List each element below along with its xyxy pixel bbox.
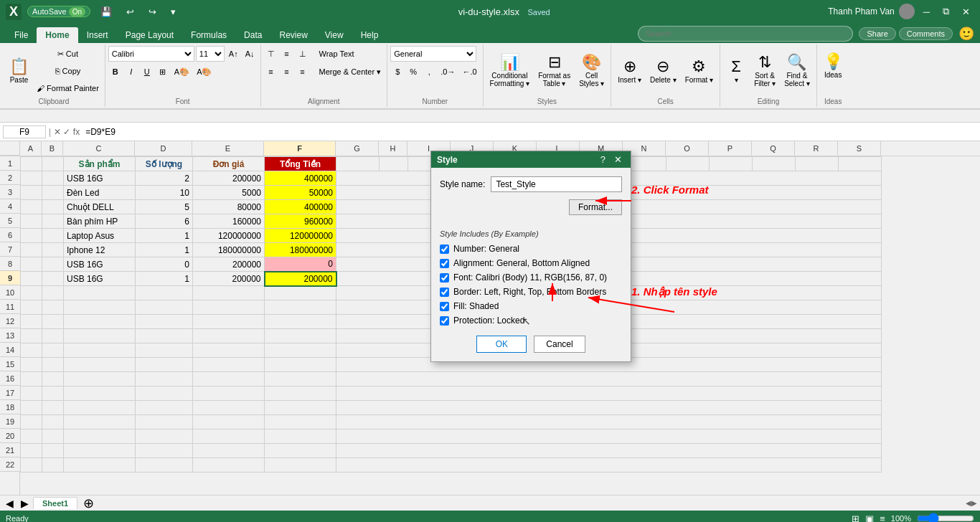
cell-e4[interactable]: 80000 — [193, 200, 265, 214]
cut-button[interactable]: ✂ Cut — [34, 46, 102, 62]
tab-review[interactable]: Review — [270, 27, 316, 43]
cell-c5[interactable]: Bàn phím HP — [64, 214, 136, 229]
row-header-10[interactable]: 10 — [0, 285, 20, 300]
page-layout-view-button[interactable]: ▣ — [865, 513, 874, 523]
number-format-select[interactable]: General — [390, 46, 476, 62]
cell-d7[interactable]: 1 — [136, 243, 193, 257]
cell-b2[interactable] — [42, 171, 64, 186]
row-header-8[interactable]: 8 — [0, 257, 20, 271]
cell-e5[interactable]: 160000 — [193, 214, 265, 229]
cell-c2[interactable]: USB 16G — [64, 171, 136, 186]
paste-button[interactable]: 📋 Paste — [6, 51, 32, 91]
row-header-21[interactable]: 21 — [0, 443, 20, 457]
merge-center-button[interactable]: Merge & Center ▾ — [316, 64, 385, 80]
cell-f4[interactable]: 400000 — [265, 200, 336, 214]
cell-b1[interactable] — [42, 157, 64, 171]
fill-color-button[interactable]: A🎨 — [171, 64, 192, 80]
col-header-p[interactable]: P — [709, 141, 752, 156]
insert-cells-button[interactable]: ⊕ Insert ▾ — [614, 51, 645, 91]
cell-a3[interactable] — [21, 186, 42, 200]
cell-f9[interactable]: 200000 — [265, 272, 336, 286]
tab-help[interactable]: Help — [352, 27, 387, 43]
cell-f7[interactable]: 180000000 — [265, 243, 336, 257]
row-header-14[interactable]: 14 — [0, 343, 20, 357]
border-button[interactable]: ⊞ — [156, 64, 170, 80]
emoji-button[interactable]: 🙂 — [958, 26, 974, 42]
cell-a1[interactable] — [21, 157, 42, 171]
row-header-16[interactable]: 16 — [0, 371, 20, 386]
page-break-view-button[interactable]: ≡ — [880, 513, 885, 523]
font-size-select[interactable]: 11 — [196, 46, 225, 62]
ok-button[interactable]: OK — [476, 336, 527, 353]
col-header-g[interactable]: G — [336, 141, 379, 156]
zoom-slider[interactable] — [917, 513, 974, 522]
align-center-button[interactable]: ≡ — [280, 64, 294, 80]
cell-d6[interactable]: 1 — [136, 229, 193, 243]
tab-page-layout[interactable]: Page Layout — [117, 27, 182, 43]
cell-f8[interactable]: 0 — [265, 257, 336, 272]
style-name-input[interactable] — [491, 176, 622, 192]
cell-f1[interactable]: Tổng Tiền — [265, 157, 336, 171]
format-cells-button[interactable]: ⚙ Format ▾ — [682, 51, 717, 91]
cell-c7[interactable]: Iphone 12 — [64, 243, 136, 257]
bold-button[interactable]: B — [108, 64, 123, 80]
cell-h1[interactable] — [380, 157, 408, 171]
col-header-b[interactable]: B — [42, 141, 63, 156]
align-left-button[interactable]: ≡ — [264, 64, 278, 80]
tab-insert[interactable]: Insert — [78, 27, 117, 43]
tab-data[interactable]: Data — [235, 27, 270, 43]
row-header-7[interactable]: 7 — [0, 242, 20, 257]
row-header-19[interactable]: 19 — [0, 414, 20, 429]
cell-c4[interactable]: Chuột DELL — [64, 200, 136, 214]
cell-g1[interactable] — [336, 157, 380, 171]
cell-c6[interactable]: Laptop Asus — [64, 229, 136, 243]
conditional-formatting-button[interactable]: 📊 ConditionalFormatting ▾ — [486, 51, 534, 91]
col-header-e[interactable]: E — [192, 141, 264, 156]
redo-button[interactable]: ↪ — [144, 5, 161, 19]
row-header-15[interactable]: 15 — [0, 357, 20, 371]
cell-e9[interactable]: 200000 — [193, 272, 265, 286]
decrease-font-button[interactable]: A↓ — [242, 46, 258, 62]
cell-b9[interactable] — [42, 272, 64, 286]
font-color-button[interactable]: A🎨 — [194, 64, 215, 80]
cell-d2[interactable]: 2 — [136, 171, 193, 186]
align-middle-button[interactable]: ≡ — [280, 46, 294, 62]
cell-d4[interactable]: 5 — [136, 200, 193, 214]
cell-c1[interactable]: Sản phẩm — [64, 157, 136, 171]
fill-checkbox[interactable] — [440, 302, 449, 311]
col-header-h[interactable]: H — [379, 141, 407, 156]
row-header-12[interactable]: 12 — [0, 314, 20, 328]
cell-a2[interactable] — [21, 171, 42, 186]
formula-input[interactable] — [83, 126, 977, 138]
comments-button[interactable]: Comments — [899, 27, 953, 40]
cell-a4[interactable] — [21, 200, 42, 214]
normal-view-button[interactable]: ⊞ — [852, 513, 859, 523]
cell-e6[interactable]: 120000000 — [193, 229, 265, 243]
cell-q1[interactable] — [753, 157, 796, 171]
decrease-decimal-button[interactable]: ←.0 — [459, 64, 479, 80]
minimize-button[interactable]: ─ — [919, 5, 934, 19]
cell-b3[interactable] — [42, 186, 64, 200]
cell-b5[interactable] — [42, 214, 64, 229]
format-painter-button[interactable]: 🖌 Format Painter — [34, 80, 102, 96]
cell-b8[interactable] — [42, 257, 64, 272]
cell-o1[interactable] — [666, 157, 710, 171]
cell-b6[interactable] — [42, 229, 64, 243]
number-checkbox[interactable] — [440, 245, 449, 254]
row-header-22[interactable]: 22 — [0, 457, 20, 472]
cell-f3[interactable]: 50000 — [265, 186, 336, 200]
cell-b7[interactable] — [42, 243, 64, 257]
tab-view[interactable]: View — [316, 27, 352, 43]
cell-d8[interactable]: 0 — [136, 257, 193, 272]
cell-e2[interactable]: 200000 — [193, 171, 265, 186]
sheet-tab-sheet1[interactable]: Sheet1 — [33, 497, 77, 509]
cell-styles-button[interactable]: 🎨 CellStyles ▾ — [575, 51, 608, 91]
cell-f6[interactable]: 120000000 — [265, 229, 336, 243]
row-header-9[interactable]: 9 — [0, 271, 20, 285]
cell-a5[interactable] — [21, 214, 42, 229]
cell-c3[interactable]: Đèn Led — [64, 186, 136, 200]
col-header-a[interactable]: A — [20, 141, 42, 156]
align-top-button[interactable]: ⊤ — [264, 46, 278, 62]
cell-c8[interactable]: USB 16G — [64, 257, 136, 272]
percent-button[interactable]: $ — [390, 64, 405, 80]
